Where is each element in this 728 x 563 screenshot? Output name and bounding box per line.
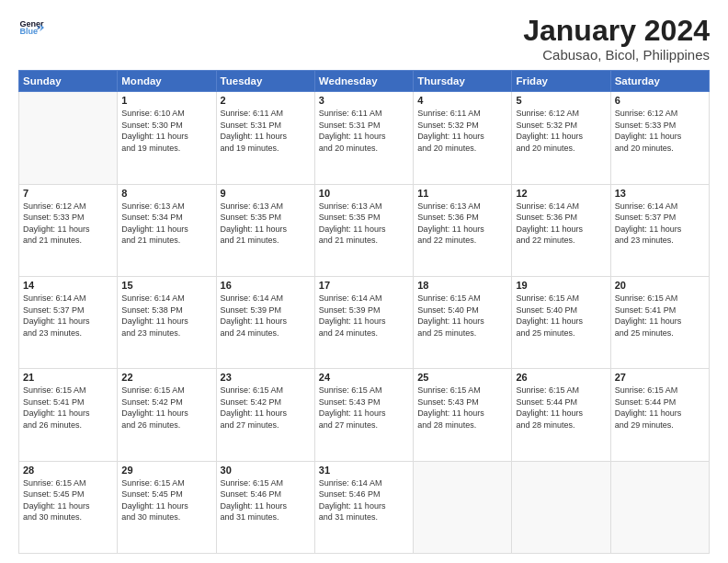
day-number: 20	[615, 280, 705, 291]
table-row	[610, 461, 709, 553]
day-number: 3	[319, 95, 409, 106]
cell-info: Sunrise: 6:14 AM Sunset: 5:46 PM Dayligh…	[319, 477, 409, 523]
cell-info: Sunrise: 6:13 AM Sunset: 5:34 PM Dayligh…	[121, 201, 211, 247]
cell-info: Sunrise: 6:15 AM Sunset: 5:43 PM Dayligh…	[417, 385, 507, 431]
day-number: 24	[319, 372, 409, 383]
table-row: 20Sunrise: 6:15 AM Sunset: 5:41 PM Dayli…	[610, 276, 709, 368]
calendar-week-row: 28Sunrise: 6:15 AM Sunset: 5:45 PM Dayli…	[19, 461, 710, 553]
header: General Blue January 2024 Cabusao, Bicol…	[18, 15, 710, 63]
cell-info: Sunrise: 6:10 AM Sunset: 5:30 PM Dayligh…	[121, 108, 211, 154]
header-saturday: Saturday	[610, 71, 709, 92]
day-number: 15	[121, 280, 211, 291]
logo-icon: General Blue	[18, 15, 44, 40]
table-row: 29Sunrise: 6:15 AM Sunset: 5:45 PM Dayli…	[118, 461, 216, 553]
table-row: 16Sunrise: 6:14 AM Sunset: 5:39 PM Dayli…	[216, 276, 314, 368]
table-row: 30Sunrise: 6:15 AM Sunset: 5:46 PM Dayli…	[216, 461, 314, 553]
table-row: 21Sunrise: 6:15 AM Sunset: 5:41 PM Dayli…	[19, 369, 118, 461]
cell-info: Sunrise: 6:15 AM Sunset: 5:44 PM Dayligh…	[615, 385, 705, 431]
day-number: 13	[615, 188, 705, 199]
table-row	[19, 92, 118, 184]
day-number: 5	[516, 95, 606, 106]
day-number: 22	[121, 372, 211, 383]
table-row: 17Sunrise: 6:14 AM Sunset: 5:39 PM Dayli…	[314, 276, 413, 368]
table-row: 13Sunrise: 6:14 AM Sunset: 5:37 PM Dayli…	[610, 184, 709, 276]
cell-info: Sunrise: 6:15 AM Sunset: 5:45 PM Dayligh…	[121, 477, 211, 523]
table-row: 4Sunrise: 6:11 AM Sunset: 5:32 PM Daylig…	[414, 92, 512, 184]
cell-info: Sunrise: 6:12 AM Sunset: 5:32 PM Dayligh…	[516, 108, 606, 154]
cell-info: Sunrise: 6:15 AM Sunset: 5:46 PM Dayligh…	[221, 477, 311, 523]
cell-info: Sunrise: 6:11 AM Sunset: 5:31 PM Dayligh…	[319, 108, 409, 154]
day-number: 26	[516, 372, 606, 383]
table-row: 11Sunrise: 6:13 AM Sunset: 5:36 PM Dayli…	[414, 184, 512, 276]
table-row: 22Sunrise: 6:15 AM Sunset: 5:42 PM Dayli…	[118, 369, 216, 461]
cell-info: Sunrise: 6:15 AM Sunset: 5:42 PM Dayligh…	[221, 385, 311, 431]
table-row: 9Sunrise: 6:13 AM Sunset: 5:35 PM Daylig…	[216, 184, 314, 276]
day-number: 19	[516, 280, 606, 291]
day-number: 23	[221, 372, 311, 383]
table-row: 3Sunrise: 6:11 AM Sunset: 5:31 PM Daylig…	[314, 92, 413, 184]
table-row: 12Sunrise: 6:14 AM Sunset: 5:36 PM Dayli…	[512, 184, 610, 276]
table-row	[512, 461, 610, 553]
title-block: January 2024 Cabusao, Bicol, Philippines	[523, 15, 710, 63]
day-number: 17	[319, 280, 409, 291]
header-tuesday: Tuesday	[216, 71, 314, 92]
table-row: 6Sunrise: 6:12 AM Sunset: 5:33 PM Daylig…	[610, 92, 709, 184]
cell-info: Sunrise: 6:15 AM Sunset: 5:42 PM Dayligh…	[121, 385, 211, 431]
day-number: 7	[23, 188, 113, 199]
cell-info: Sunrise: 6:14 AM Sunset: 5:39 PM Dayligh…	[319, 293, 409, 339]
table-row: 27Sunrise: 6:15 AM Sunset: 5:44 PM Dayli…	[610, 369, 709, 461]
main-title: January 2024	[523, 15, 710, 47]
cell-info: Sunrise: 6:13 AM Sunset: 5:36 PM Dayligh…	[417, 201, 507, 247]
header-wednesday: Wednesday	[314, 71, 413, 92]
table-row: 24Sunrise: 6:15 AM Sunset: 5:43 PM Dayli…	[314, 369, 413, 461]
cell-info: Sunrise: 6:11 AM Sunset: 5:31 PM Dayligh…	[221, 108, 311, 154]
cell-info: Sunrise: 6:11 AM Sunset: 5:32 PM Dayligh…	[417, 108, 507, 154]
logo: General Blue	[18, 15, 44, 40]
table-row: 31Sunrise: 6:14 AM Sunset: 5:46 PM Dayli…	[314, 461, 413, 553]
page: General Blue January 2024 Cabusao, Bicol…	[0, 0, 728, 563]
table-row: 28Sunrise: 6:15 AM Sunset: 5:45 PM Dayli…	[19, 461, 118, 553]
day-number: 30	[221, 465, 311, 476]
day-number: 21	[23, 372, 113, 383]
day-number: 16	[221, 280, 311, 291]
day-number: 2	[221, 95, 311, 106]
table-row: 10Sunrise: 6:13 AM Sunset: 5:35 PM Dayli…	[314, 184, 413, 276]
table-row: 1Sunrise: 6:10 AM Sunset: 5:30 PM Daylig…	[118, 92, 216, 184]
table-row: 14Sunrise: 6:14 AM Sunset: 5:37 PM Dayli…	[19, 276, 118, 368]
cell-info: Sunrise: 6:15 AM Sunset: 5:41 PM Dayligh…	[23, 385, 113, 431]
subtitle: Cabusao, Bicol, Philippines	[523, 47, 710, 63]
header-thursday: Thursday	[414, 71, 512, 92]
cell-info: Sunrise: 6:12 AM Sunset: 5:33 PM Dayligh…	[615, 108, 705, 154]
day-number: 28	[23, 465, 113, 476]
cell-info: Sunrise: 6:14 AM Sunset: 5:37 PM Dayligh…	[23, 293, 113, 339]
table-row: 2Sunrise: 6:11 AM Sunset: 5:31 PM Daylig…	[216, 92, 314, 184]
cell-info: Sunrise: 6:15 AM Sunset: 5:40 PM Dayligh…	[417, 293, 507, 339]
cell-info: Sunrise: 6:13 AM Sunset: 5:35 PM Dayligh…	[221, 201, 311, 247]
cell-info: Sunrise: 6:14 AM Sunset: 5:38 PM Dayligh…	[121, 293, 211, 339]
svg-text:Blue: Blue	[19, 27, 38, 36]
day-number: 10	[319, 188, 409, 199]
table-row: 26Sunrise: 6:15 AM Sunset: 5:44 PM Dayli…	[512, 369, 610, 461]
calendar-week-row: 7Sunrise: 6:12 AM Sunset: 5:33 PM Daylig…	[19, 184, 710, 276]
cell-info: Sunrise: 6:15 AM Sunset: 5:41 PM Dayligh…	[615, 293, 705, 339]
table-row: 18Sunrise: 6:15 AM Sunset: 5:40 PM Dayli…	[414, 276, 512, 368]
day-number: 25	[417, 372, 507, 383]
day-number: 27	[615, 372, 705, 383]
cell-info: Sunrise: 6:15 AM Sunset: 5:40 PM Dayligh…	[516, 293, 606, 339]
day-number: 12	[516, 188, 606, 199]
header-friday: Friday	[512, 71, 610, 92]
cell-info: Sunrise: 6:15 AM Sunset: 5:45 PM Dayligh…	[23, 477, 113, 523]
table-row: 5Sunrise: 6:12 AM Sunset: 5:32 PM Daylig…	[512, 92, 610, 184]
cell-info: Sunrise: 6:12 AM Sunset: 5:33 PM Dayligh…	[23, 201, 113, 247]
day-number: 6	[615, 95, 705, 106]
cell-info: Sunrise: 6:15 AM Sunset: 5:43 PM Dayligh…	[319, 385, 409, 431]
day-number: 4	[417, 95, 507, 106]
table-row: 15Sunrise: 6:14 AM Sunset: 5:38 PM Dayli…	[118, 276, 216, 368]
cell-info: Sunrise: 6:13 AM Sunset: 5:35 PM Dayligh…	[319, 201, 409, 247]
table-row: 8Sunrise: 6:13 AM Sunset: 5:34 PM Daylig…	[118, 184, 216, 276]
day-number: 14	[23, 280, 113, 291]
day-number: 29	[121, 465, 211, 476]
calendar-week-row: 1Sunrise: 6:10 AM Sunset: 5:30 PM Daylig…	[19, 92, 710, 184]
calendar-week-row: 21Sunrise: 6:15 AM Sunset: 5:41 PM Dayli…	[19, 369, 710, 461]
cell-info: Sunrise: 6:14 AM Sunset: 5:39 PM Dayligh…	[221, 293, 311, 339]
